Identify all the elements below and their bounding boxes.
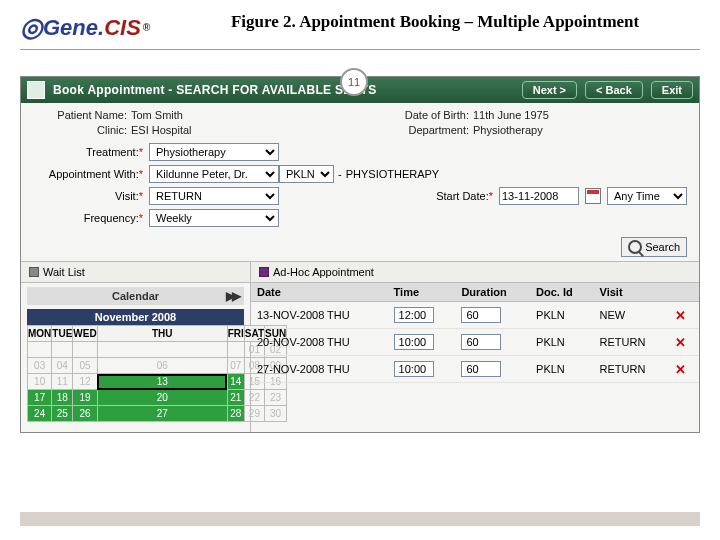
delete-icon[interactable]: ✕: [675, 335, 686, 350]
frequency-select[interactable]: Weekly: [149, 209, 279, 227]
calendar-icon[interactable]: [585, 188, 601, 204]
calendar-day[interactable]: 03: [28, 358, 52, 374]
back-button[interactable]: < Back: [585, 81, 643, 99]
calendar-day[interactable]: 04: [52, 358, 73, 374]
calendar-day[interactable]: 12: [73, 374, 97, 390]
table-row: 27-NOV-2008 THU10:0060PKLNRETURN✕: [251, 356, 699, 383]
cell-docid: PKLN: [530, 356, 593, 383]
calendar-grid: MONTUEWEDTHUFRISATSUN 010203040506070809…: [27, 325, 287, 422]
calendar-day[interactable]: [73, 342, 97, 358]
dept-value: Physiotherapy: [473, 124, 543, 136]
table-row: 20-NOV-2008 THU10:0060PKLNRETURN✕: [251, 329, 699, 356]
cell-date: 20-NOV-2008 THU: [251, 329, 388, 356]
calendar-day[interactable]: 24: [28, 406, 52, 422]
window-icon: [27, 81, 45, 99]
apptwith-label: Appointment With:*: [33, 168, 143, 180]
calendar-day[interactable]: 26: [73, 406, 97, 422]
exit-button[interactable]: Exit: [651, 81, 693, 99]
figure-title: Figure 2. Appointment Booking – Multiple…: [170, 12, 700, 32]
calendar-day[interactable]: 10: [28, 374, 52, 390]
calendar-day[interactable]: [97, 342, 227, 358]
dob-label: Date of Birth:: [375, 109, 469, 121]
anytime-select[interactable]: Any Time: [607, 187, 687, 205]
calendar-day[interactable]: 21: [227, 390, 244, 406]
next-button[interactable]: Next >: [522, 81, 577, 99]
patient-name: Tom Smith: [131, 109, 183, 121]
results-grid: Date Time Duration Doc. Id Visit 13-NOV-…: [251, 283, 699, 383]
page-number: 11: [340, 68, 368, 96]
delete-icon[interactable]: ✕: [675, 308, 686, 323]
specialty-dash: -: [338, 168, 342, 180]
clinic-label: Clinic:: [33, 124, 127, 136]
logo: ◎ Gene.CIS®: [20, 12, 150, 43]
calendar-panel: Calendar ▶▶ November 2008 MONTUEWEDTHUFR…: [21, 283, 251, 432]
treatment-select[interactable]: Physiotherapy: [149, 143, 279, 161]
startdate-label: Start Date:*: [436, 190, 493, 202]
waitlist-toggle[interactable]: Wait List: [21, 262, 251, 282]
calendar-day[interactable]: 17: [28, 390, 52, 406]
calendar-day[interactable]: 18: [52, 390, 73, 406]
calendar-day[interactable]: [52, 342, 73, 358]
search-icon: [628, 240, 642, 254]
footer-band: [20, 512, 700, 526]
col-date: Date: [251, 283, 388, 302]
calendar-day[interactable]: 11: [52, 374, 73, 390]
cell-duration[interactable]: 60: [461, 334, 501, 350]
cell-date: 13-NOV-2008 THU: [251, 302, 388, 329]
calendar-day[interactable]: 20: [97, 390, 227, 406]
calendar-day[interactable]: 06: [97, 358, 227, 374]
search-button[interactable]: Search: [621, 237, 687, 257]
calendar-day[interactable]: [28, 342, 52, 358]
visit-label: Visit:*: [33, 190, 143, 202]
calendar-day[interactable]: 28: [227, 406, 244, 422]
calendar-header: Calendar ▶▶: [27, 287, 244, 305]
swirl-icon: ◎: [20, 12, 43, 43]
col-time: Time: [388, 283, 456, 302]
window-title: Book Appointment - SEARCH FOR AVAILABLE …: [53, 83, 376, 97]
adhoc-toggle[interactable]: Ad-Hoc Appointment: [251, 262, 382, 282]
cell-docid: PKLN: [530, 302, 593, 329]
cell-date: 27-NOV-2008 THU: [251, 356, 388, 383]
app-window: Book Appointment - SEARCH FOR AVAILABLE …: [20, 76, 700, 433]
calendar-day[interactable]: 19: [73, 390, 97, 406]
frequency-label: Frequency:*: [33, 212, 143, 224]
cell-duration[interactable]: 60: [461, 361, 501, 377]
cell-duration[interactable]: 60: [461, 307, 501, 323]
dob-value: 11th June 1975: [473, 109, 549, 121]
col-duration: Duration: [455, 283, 530, 302]
clinic-value: ESI Hospital: [131, 124, 192, 136]
calendar-day[interactable]: 05: [73, 358, 97, 374]
adhoc-label: Ad-Hoc Appointment: [273, 266, 374, 278]
patient-name-label: Patient Name:: [33, 109, 127, 121]
title-rule: [20, 49, 700, 50]
cell-time[interactable]: 12:00: [394, 307, 434, 323]
cell-time[interactable]: 10:00: [394, 334, 434, 350]
calendar-day[interactable]: 14: [227, 374, 244, 390]
logo-part1: Gene.: [43, 15, 104, 41]
calendar-day-header: FRI: [227, 326, 244, 342]
logo-part2: CIS: [104, 15, 141, 41]
calendar-day[interactable]: 27: [97, 406, 227, 422]
fast-forward-icon[interactable]: ▶▶: [226, 289, 238, 303]
calendar-day-header: WED: [73, 326, 97, 342]
calendar-day[interactable]: 25: [52, 406, 73, 422]
col-visit: Visit: [594, 283, 669, 302]
delete-icon[interactable]: ✕: [675, 362, 686, 377]
doctor-code-select[interactable]: PKLN: [279, 165, 334, 183]
calendar-day[interactable]: [227, 342, 244, 358]
calendar-day[interactable]: 07: [227, 358, 244, 374]
doctor-select[interactable]: Kildunne Peter, Dr.: [149, 165, 279, 183]
square-icon: [259, 267, 269, 277]
col-delete: [669, 283, 699, 302]
waitlist-label: Wait List: [43, 266, 85, 278]
cell-time[interactable]: 10:00: [394, 361, 434, 377]
calendar-day-header: THU: [97, 326, 227, 342]
calendar-day-header: MON: [28, 326, 52, 342]
search-form: Treatment:* Physiotherapy Appointment Wi…: [21, 141, 699, 237]
cell-visit: NEW: [594, 302, 669, 329]
calendar-day[interactable]: 13: [97, 374, 227, 390]
visit-select[interactable]: RETURN: [149, 187, 279, 205]
startdate-input[interactable]: [499, 187, 579, 205]
dept-label: Department:: [375, 124, 469, 136]
midbar: Wait List Ad-Hoc Appointment: [21, 261, 699, 283]
